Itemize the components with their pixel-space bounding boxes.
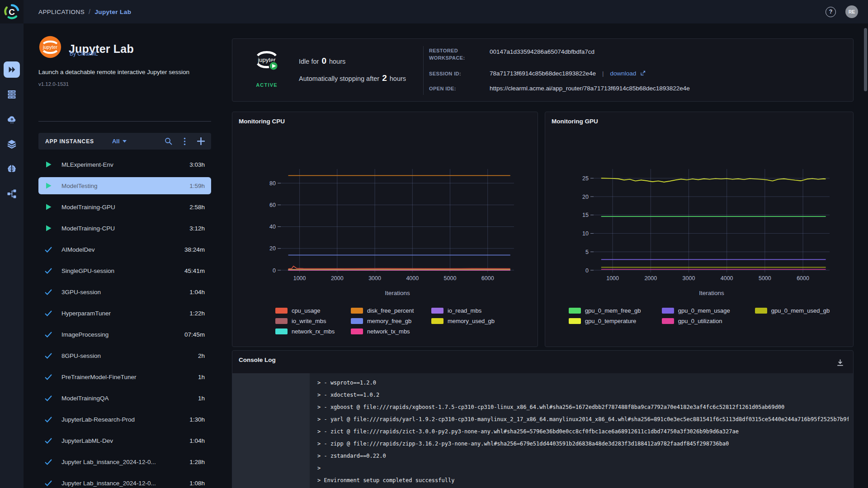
legend-item[interactable]: gpu_0_utilization: [662, 318, 755, 324]
instance-name: SingleGPU-session: [61, 267, 114, 274]
completed-status-icon: [44, 479, 52, 487]
external-link-icon[interactable]: [640, 70, 646, 76]
legend-item[interactable]: disk_free_percent: [351, 307, 431, 314]
chevron-down-icon: [123, 140, 127, 143]
svg-text:10: 10: [582, 230, 589, 237]
legend-item[interactable]: io_write_mbs: [275, 318, 351, 324]
instance-row[interactable]: JupyterLab-Research-Prod1:30h: [38, 411, 211, 428]
instance-name: JupyterLab-Research-Prod: [61, 416, 135, 423]
instance-row[interactable]: ModelTraining-CPU3:12h: [38, 220, 211, 237]
legend-label: io_read_mbs: [448, 307, 481, 314]
legend-item[interactable]: memory_free_gb: [351, 318, 431, 324]
console-log-line: >: [317, 462, 849, 474]
legend-item[interactable]: gpu_0_mem_used_gb: [755, 307, 830, 314]
legend-label: memory_free_gb: [367, 318, 411, 324]
legend-label: gpu_0_mem_free_gb: [585, 307, 641, 314]
topbar: C APPLICATIONS / Jupyter Lab ? RE: [0, 0, 868, 23]
instance-row[interactable]: MLExperiment-Env3:03h: [38, 156, 211, 173]
legend-item[interactable]: memory_used_gb: [431, 318, 495, 324]
avatar[interactable]: RE: [845, 5, 858, 18]
legend-label: disk_free_percent: [367, 307, 414, 314]
breadcrumb-applications[interactable]: APPLICATIONS: [38, 9, 85, 15]
instance-row[interactable]: JupyterLabML-Dev1:04h: [38, 432, 211, 449]
breadcrumb-current[interactable]: Jupyter Lab: [94, 9, 131, 15]
legend-label: cpu_usage: [292, 307, 321, 314]
instance-row[interactable]: ImageProcessing07:45m: [38, 326, 211, 343]
legend-item[interactable]: gpu_0_mem_usage: [662, 307, 755, 314]
instance-name: ModelTrainingQA: [61, 395, 109, 402]
instance-row[interactable]: HyperparamTuner1:22h: [38, 305, 211, 322]
cpu-chart-plot: 100020003000400050006000020406080Iterati…: [238, 163, 533, 298]
check-icon: [44, 394, 52, 402]
instance-row[interactable]: Jupyter Lab_instance_2024-12-0...1:28h: [38, 453, 211, 470]
instance-row[interactable]: ModelTesting1:59h: [38, 177, 211, 194]
gpu-chart-legend: gpu_0_mem_free_gbgpu_0_mem_usagegpu_0_me…: [545, 307, 853, 324]
instance-name: 8GPU-session: [61, 352, 101, 359]
console-log-line: > - xdoctest==1.0.2: [317, 389, 849, 401]
svg-text:5000: 5000: [444, 275, 457, 282]
completed-status-icon: [44, 437, 52, 444]
instance-row[interactable]: SingleGPU-session45:41m: [38, 262, 211, 279]
session-status-badge: ACTIVE: [252, 82, 281, 88]
instance-row[interactable]: AIModelDev38:24m: [38, 241, 211, 258]
check-icon: [44, 246, 52, 253]
open-ide-value[interactable]: https://clearml.acme.ai/app_router/78a71…: [490, 85, 690, 92]
sidebar-item-cloud-autoscaler[interactable]: [6, 114, 17, 125]
kebab-menu-icon[interactable]: [184, 137, 186, 145]
instance-name: AIModelDev: [61, 246, 95, 253]
restored-workspace-label: RESTORED WORKSPACE:: [429, 47, 482, 61]
console-log-line: > - xgboost @ file:///rapids/xgboost-1.7…: [317, 401, 849, 413]
sidebar-item-datasets-layers[interactable]: [6, 139, 17, 150]
instance-row[interactable]: 8GPU-session2h: [38, 347, 211, 364]
legend-item[interactable]: network_tx_mbs: [351, 328, 431, 335]
legend-item[interactable]: cpu_usage: [275, 307, 351, 314]
completed-status-icon: [44, 331, 52, 338]
play-icon: [45, 225, 52, 232]
search-icon[interactable]: [165, 137, 172, 145]
instances-filter-dropdown[interactable]: All: [112, 138, 127, 145]
legend-item[interactable]: gpu_0_temperature: [569, 318, 662, 324]
console-log-line: > - wsproto==1.2.0: [317, 377, 849, 389]
instance-duration: 1h: [193, 395, 205, 402]
sidebar-item-applications[interactable]: [4, 61, 20, 78]
instance-duration: 38:24m: [180, 246, 205, 253]
session-divider: [423, 46, 424, 95]
svg-text:2000: 2000: [331, 275, 344, 282]
instance-row[interactable]: ModelTrainingQA1h: [38, 389, 211, 407]
download-link[interactable]: download: [610, 70, 637, 77]
play-icon: [45, 203, 52, 211]
instance-name: ModelTesting: [61, 183, 98, 189]
series-cpu_usage: [288, 266, 510, 269]
instance-row[interactable]: PreTrainerModel-FineTuner1h: [38, 368, 211, 385]
svg-text:Iterations: Iterations: [699, 290, 724, 296]
instances-header-icons: [165, 137, 205, 145]
sidebar-item-workers-queues[interactable]: [6, 89, 17, 100]
instance-row[interactable]: ModelTraining-GPU2:58h: [38, 198, 211, 216]
console-body[interactable]: > - wsproto==1.2.0> - xdoctest==1.0.2> -…: [232, 373, 853, 488]
instance-row[interactable]: 3GPU-session1:04h: [38, 283, 211, 300]
download-log-icon[interactable]: [834, 357, 846, 368]
instance-name: 3GPU-session: [61, 289, 101, 296]
legend-item[interactable]: gpu_0_mem_free_gb: [569, 307, 662, 314]
legend-item[interactable]: io_read_mbs: [431, 307, 495, 314]
series-gpu_0_temperature: [601, 178, 826, 182]
scrollbar-thumb[interactable]: [864, 28, 867, 91]
sidebar-item-models-brain[interactable]: [6, 164, 17, 174]
check-icon: [44, 288, 52, 296]
legend-item[interactable]: network_rx_mbs: [275, 328, 351, 335]
instance-row[interactable]: Jupyter Lab_instance_2024-12-0...1:08h: [38, 474, 211, 488]
svg-text:2000: 2000: [644, 275, 657, 282]
svg-text:3000: 3000: [368, 275, 381, 282]
filter-value: All: [112, 138, 120, 145]
instance-duration: 1:30h: [185, 416, 205, 423]
instance-name: Jupyter Lab_instance_2024-12-0...: [61, 480, 156, 487]
legend-swatch: [351, 318, 363, 324]
app-by-link[interactable]: By ClearML: [70, 51, 98, 57]
sidebar-item-pipelines[interactable]: [6, 188, 17, 199]
add-instance-icon[interactable]: [197, 137, 205, 145]
clearml-logo[interactable]: C: [0, 0, 24, 23]
help-icon[interactable]: ?: [826, 7, 836, 17]
svg-text:20: 20: [269, 245, 276, 252]
svg-text:20: 20: [582, 194, 589, 200]
panel-divider: [38, 121, 211, 122]
